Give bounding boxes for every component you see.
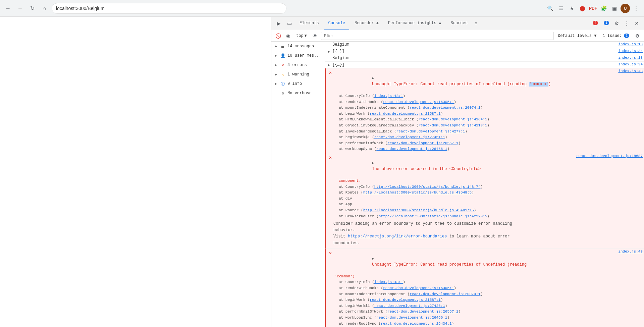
entry-source[interactable]: index.js:13 <box>615 42 643 46</box>
devtools-right-icons: 4 1 ⚙ ⋮ ✕ <box>590 17 641 30</box>
console-entry-error-1: ✕ ▶ Uncaught TypeError: Cannot read prop… <box>325 68 644 153</box>
entry-source[interactable]: index.js:48 <box>615 250 643 254</box>
list-icon: ☰ <box>280 44 285 49</box>
user-icon: 👤 <box>280 53 285 58</box>
expand-arrow-icon[interactable]: ▶ <box>328 50 330 54</box>
entry-content: Belgium index.js:13 <box>332 56 643 60</box>
stack-line: at performUnitOfWork (react-dom.developm… <box>339 309 643 315</box>
entry-source[interactable]: index.js:13 <box>615 56 643 60</box>
expand-icon: ▶ <box>274 54 278 58</box>
console-body: ▶ ☰ 14 messages ▶ 👤 10 user mes... ▶ ✕ 4… <box>271 42 644 327</box>
close-devtools-icon[interactable]: ✕ <box>632 19 641 28</box>
bookmark-icon[interactable]: ★ <box>567 4 576 13</box>
entry-content: [{…}] index.js:34 <box>332 49 643 54</box>
eye-icon[interactable]: 👁 <box>311 32 319 40</box>
console-settings-icon[interactable]: ⚙ <box>633 32 641 40</box>
inspect-element-icon[interactable]: ▶ <box>274 19 283 28</box>
stack-line: at BrowserRouter (http://localhost:3000/… <box>339 214 643 220</box>
stack-trace-3: at CountryInfo (index.js:48:1) at render… <box>333 279 643 327</box>
devtools-topbar: ▶ ▭ Elements Console Recorder ▲ Performa… <box>271 17 644 30</box>
menu-icon[interactable]: ⋮ <box>631 4 641 13</box>
stack-line: at beginWork$1 (react-dom.development.js… <box>339 303 643 309</box>
stack-line: at renderRootSync (react-dom.development… <box>339 321 643 327</box>
entry-source[interactable]: index.js:48 <box>615 69 643 73</box>
expand-icon: ▶ <box>274 63 278 67</box>
stack-trace-2: component: <box>333 178 643 184</box>
expand-arrow-icon[interactable]: ▶ <box>372 76 374 80</box>
warning-icon: △ <box>280 72 285 77</box>
puzzle-icon[interactable]: 🧩 <box>599 4 608 13</box>
default-levels-dropdown[interactable]: Default levels ▼ <box>556 33 598 39</box>
chrome-icon[interactable]: ⬤ <box>578 4 587 13</box>
console-entry-error-3: ✕ ▶ Uncaught TypeError: Cannot read prop… <box>325 249 644 327</box>
stack-line: at Router (http://localhost:3000/static/… <box>339 208 643 214</box>
entry-main-line: [{…}] index.js:34 <box>332 62 643 67</box>
settings-icon[interactable]: ⚙ <box>612 19 621 28</box>
entry-expand-icon: ▶ <box>326 49 332 54</box>
back-button[interactable]: ← <box>3 4 13 13</box>
entry-source[interactable]: index.js:34 <box>615 62 643 66</box>
entry-main-line: [{…}] index.js:34 <box>332 49 643 54</box>
entry-source[interactable]: react-dom.development.js:18687 <box>574 154 643 158</box>
sidebar-item-errors[interactable]: ▶ ✕ 4 errors <box>271 60 325 70</box>
search-icon[interactable]: 🔍 <box>545 4 555 13</box>
sidebar-label: 9 info <box>287 81 302 86</box>
expand-arrow-icon[interactable]: ▶ <box>372 161 374 165</box>
warning-badge[interactable]: 1 <box>601 17 611 30</box>
entry-text: Belgium <box>332 56 615 60</box>
forward-button[interactable]: → <box>15 4 25 13</box>
tab-performance-insights[interactable]: Performance insights ▲ <box>384 17 445 30</box>
stack-line: at CountryInfo (http://localhost:3000/st… <box>339 184 643 190</box>
extensions-icon[interactable]: ☰ <box>556 4 566 13</box>
context-selector[interactable]: top ▼ <box>294 33 309 39</box>
sidebar-item-warnings[interactable]: ▶ △ 1 warning <box>271 70 325 79</box>
sidebar-item-info[interactable]: ▶ ⓘ 9 info <box>271 79 325 89</box>
window-icon[interactable]: ▣ <box>610 4 619 13</box>
gear-icon: ⚙ <box>280 91 285 96</box>
expand-arrow-icon[interactable]: ▶ <box>328 63 330 67</box>
sidebar-item-all[interactable]: ▶ ☰ 14 messages <box>271 42 325 51</box>
chevron-down-icon: ▼ <box>305 34 307 38</box>
sidebar-item-user[interactable]: ▶ 👤 10 user mes... <box>271 51 325 60</box>
sidebar-item-verbose[interactable]: ⚙ No verbose <box>271 89 325 98</box>
entry-content: [{…}] index.js:34 <box>332 62 643 67</box>
expand-arrow-icon[interactable]: ▶ <box>372 257 374 261</box>
reload-button[interactable]: ↻ <box>28 4 37 13</box>
filter-icon[interactable]: ◉ <box>284 32 292 40</box>
stack-line: at workLoopSync (react-dom.development.j… <box>339 146 643 152</box>
info-icon: ⓘ <box>280 81 285 87</box>
devtools-panel: ▶ ▭ Elements Console Recorder ▲ Performa… <box>271 17 644 327</box>
tab-console[interactable]: Console <box>324 17 349 30</box>
sidebar-label: 1 warning <box>287 72 309 77</box>
more-options-icon[interactable]: ⋮ <box>622 19 631 28</box>
more-tabs-button[interactable]: » <box>473 17 479 30</box>
stack-line: at div <box>339 196 643 202</box>
home-button[interactable]: ⌂ <box>40 4 49 13</box>
tab-recorder[interactable]: Recorder ▲ <box>351 17 383 30</box>
error-title-text: ▶ The above error occurred in the <Count… <box>333 154 574 178</box>
stack-line: at beginWork$1 (react-dom.development.js… <box>339 134 643 141</box>
stack-line: at CountryInfo (index.js:48:1) <box>339 93 643 99</box>
device-toolbar-icon[interactable]: ▭ <box>285 19 294 28</box>
entry-expand-icon: ▶ <box>326 62 332 67</box>
expand-icon: ▶ <box>274 44 278 48</box>
pdf-icon[interactable]: PDF <box>588 4 598 13</box>
stack-line: at invokeGuardedCallback (react-dom.deve… <box>339 129 643 135</box>
console-toolbar: 🚫 ◉ top ▼ 👁 Default levels ▼ 1 Issue: 1 … <box>271 30 644 42</box>
console-output[interactable]: Belgium index.js:13 ▶ [{…}] index.js:34 <box>325 42 644 327</box>
error-title-text: ▶ Uncaught TypeError: Cannot read proper… <box>333 250 615 274</box>
stack-line: at renderWithHooks (react-dom.developmen… <box>339 285 643 291</box>
avatar[interactable]: U <box>621 4 630 13</box>
issue-badge: 1 Issue: 1 <box>600 33 631 39</box>
tab-sources[interactable]: Sources <box>446 17 471 30</box>
warning-count: 1 <box>604 21 609 25</box>
sidebar-label: 14 messages <box>287 44 314 49</box>
expand-icon <box>274 91 278 95</box>
clear-console-icon[interactable]: 🚫 <box>274 32 282 40</box>
tab-elements[interactable]: Elements <box>296 17 323 30</box>
filter-input[interactable] <box>321 32 554 40</box>
error-badge[interactable]: 4 <box>590 17 600 30</box>
entry-source[interactable]: index.js:34 <box>615 49 643 53</box>
address-bar[interactable]: localhost:3000/Belgium <box>52 3 286 14</box>
expand-icon: ▶ <box>274 82 278 86</box>
